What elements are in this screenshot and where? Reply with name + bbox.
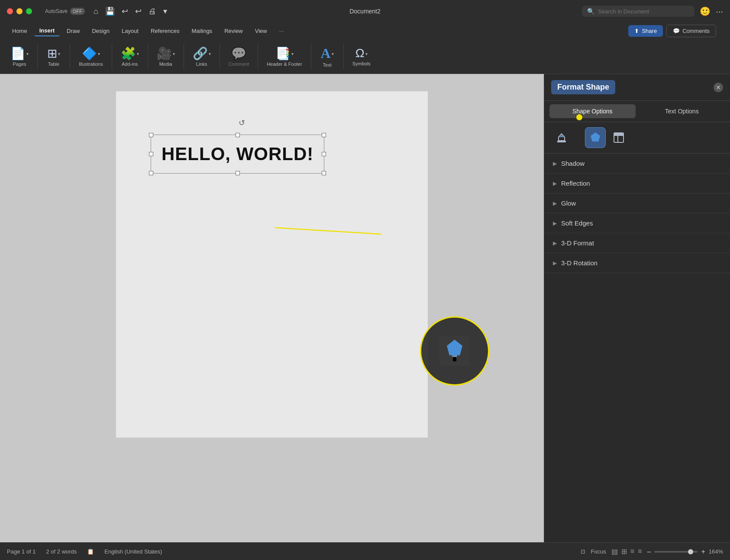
undo-icon[interactable]: ↩ bbox=[122, 6, 128, 16]
focus-icon[interactable]: ⊡ bbox=[581, 548, 585, 555]
addins-icon: 🧩 bbox=[121, 46, 136, 61]
handle-middle-left[interactable] bbox=[149, 152, 153, 156]
tab-references[interactable]: References bbox=[145, 26, 184, 36]
titlebar: AutoSave OFF ⌂ 💾 ↩ ↩ 🖨 ▾ Document2 🔍 🙂 ·… bbox=[0, 0, 730, 23]
toolbar-links[interactable]: 🔗 ▾ Links bbox=[189, 45, 214, 68]
toolbar-illustrations[interactable]: 🔷 ▾ Illustrations bbox=[75, 45, 107, 68]
yellow-dot-indicator bbox=[576, 114, 582, 120]
handle-top-right[interactable] bbox=[322, 133, 326, 137]
focus-label[interactable]: Focus bbox=[591, 548, 606, 555]
comment-icon: 💬 bbox=[673, 28, 680, 34]
handle-top-left[interactable] bbox=[149, 133, 153, 137]
3d-format-section[interactable]: ▶ 3-D Format bbox=[544, 233, 730, 253]
share-button[interactable]: ⬆ Share bbox=[628, 25, 663, 37]
document-page: ↺ HELLO, WORLD! bbox=[116, 91, 428, 438]
effects-icon-button[interactable] bbox=[585, 127, 606, 148]
minimize-button[interactable] bbox=[16, 8, 23, 14]
symbols-icon: Ω bbox=[355, 46, 365, 60]
tab-more[interactable]: ··· bbox=[274, 26, 289, 36]
tab-shape-options[interactable]: Shape Options bbox=[549, 104, 636, 118]
text-box[interactable]: HELLO, WORLD! bbox=[151, 135, 324, 174]
ribbon: Home Insert Draw Design Layout Reference… bbox=[0, 23, 730, 74]
separator-4 bbox=[148, 43, 148, 69]
pages-label: Pages bbox=[13, 61, 26, 67]
save-icon[interactable]: 💾 bbox=[105, 6, 115, 16]
shadow-expand-arrow: ▶ bbox=[553, 161, 557, 167]
3d-rotation-section[interactable]: ▶ 3-D Rotation bbox=[544, 253, 730, 273]
shadow-section[interactable]: ▶ Shadow bbox=[544, 154, 730, 174]
zoom-out-button[interactable]: – bbox=[647, 548, 651, 556]
links-label: Links bbox=[196, 61, 207, 67]
shadow-label: ▶ Shadow bbox=[553, 160, 585, 167]
separator-9 bbox=[343, 43, 344, 69]
symbols-label: Symbols bbox=[352, 61, 371, 66]
handle-bottom-right[interactable] bbox=[322, 171, 326, 175]
handle-middle-right[interactable] bbox=[322, 152, 326, 156]
layout-icon-button[interactable] bbox=[608, 127, 629, 148]
tab-review[interactable]: Review bbox=[219, 26, 248, 36]
more-icon[interactable]: ▾ bbox=[163, 6, 167, 16]
3d-rotation-expand-arrow: ▶ bbox=[553, 260, 557, 266]
reflection-section[interactable]: ▶ Reflection bbox=[544, 174, 730, 193]
toolbar-symbols[interactable]: Ω ▾ Symbols bbox=[349, 45, 374, 68]
toolbar-header-footer[interactable]: 📑 ▾ Header & Footer bbox=[263, 45, 305, 68]
fill-icon-button[interactable] bbox=[551, 127, 572, 148]
maximize-button[interactable] bbox=[26, 8, 32, 14]
autosave-toggle[interactable]: OFF bbox=[70, 8, 85, 15]
tab-design[interactable]: Design bbox=[87, 26, 114, 36]
toolbar-comment[interactable]: 💬 Comment bbox=[225, 45, 253, 68]
toolbar-media[interactable]: 🎥 ▾ Media bbox=[153, 45, 178, 68]
zoom-in-button[interactable]: + bbox=[701, 548, 705, 556]
account-icon[interactable]: 🙂 bbox=[700, 6, 711, 16]
handle-bottom-left[interactable] bbox=[149, 171, 153, 175]
traffic-lights bbox=[7, 8, 32, 14]
search-input[interactable] bbox=[598, 8, 689, 15]
tab-home[interactable]: Home bbox=[7, 26, 32, 36]
media-icon: 🎥 bbox=[157, 46, 172, 61]
reflection-text: Reflection bbox=[561, 180, 590, 187]
more-options-icon[interactable]: ··· bbox=[716, 6, 723, 16]
home-icon[interactable]: ⌂ bbox=[94, 7, 98, 16]
view-icon-3[interactable]: ≡ bbox=[630, 547, 634, 556]
autosave-area: AutoSave OFF bbox=[45, 8, 85, 15]
proofing-icon[interactable]: 📋 bbox=[87, 548, 94, 555]
tab-layout[interactable]: Layout bbox=[116, 26, 144, 36]
glow-label: ▶ Glow bbox=[553, 200, 576, 207]
links-arrow: ▾ bbox=[209, 51, 211, 56]
view-icon-2[interactable]: ⊞ bbox=[621, 547, 627, 556]
toolbar-pages[interactable]: 📄 ▾ Pages bbox=[7, 45, 32, 68]
document-canvas[interactable]: ↺ HELLO, WORLD! bbox=[0, 74, 544, 542]
rotate-handle[interactable]: ↺ bbox=[237, 118, 246, 127]
toolbar-table[interactable]: ⊞ ▾ Table bbox=[43, 45, 65, 68]
table-icon: ⊞ bbox=[47, 46, 57, 61]
illustrations-label: Illustrations bbox=[79, 61, 103, 67]
handle-top-center[interactable] bbox=[236, 133, 240, 137]
tab-draw[interactable]: Draw bbox=[61, 26, 85, 36]
zoom-controls: – + 164% bbox=[647, 548, 724, 556]
language-info[interactable]: English (United States) bbox=[104, 548, 162, 555]
zoom-slider-thumb[interactable] bbox=[688, 549, 693, 554]
soft-edges-section[interactable]: ▶ Soft Edges bbox=[544, 213, 730, 233]
toolbar-addins[interactable]: 🧩 ▾ Add-ins bbox=[117, 45, 142, 68]
autosave-label: AutoSave bbox=[45, 8, 68, 14]
toolbar-text[interactable]: A ▾ Text bbox=[317, 44, 338, 69]
media-label: Media bbox=[159, 61, 172, 67]
view-icon-4[interactable]: ≡ bbox=[638, 547, 642, 556]
panel-sections: ▶ Shadow ▶ Reflection ▶ Glow ▶ Sof bbox=[544, 154, 730, 273]
text-box-content: HELLO, WORLD! bbox=[162, 144, 313, 164]
search-bar[interactable]: 🔍 bbox=[582, 6, 694, 17]
3d-rotation-text: 3-D Rotation bbox=[561, 259, 598, 267]
comments-button[interactable]: 💬 Comments bbox=[666, 25, 716, 37]
panel-close-button[interactable]: ✕ bbox=[714, 83, 723, 92]
view-icon-1[interactable]: ▤ bbox=[611, 547, 618, 556]
zoom-slider[interactable] bbox=[654, 551, 698, 553]
close-button[interactable] bbox=[7, 8, 13, 14]
tab-text-options[interactable]: Text Options bbox=[639, 104, 725, 118]
glow-section[interactable]: ▶ Glow bbox=[544, 193, 730, 213]
tab-mailings[interactable]: Mailings bbox=[186, 26, 217, 36]
redo-icon[interactable]: ↩ bbox=[135, 6, 142, 16]
tab-view[interactable]: View bbox=[250, 26, 272, 36]
handle-bottom-center[interactable] bbox=[236, 171, 240, 175]
tab-insert[interactable]: Insert bbox=[34, 26, 60, 36]
print-icon[interactable]: 🖨 bbox=[149, 7, 156, 16]
